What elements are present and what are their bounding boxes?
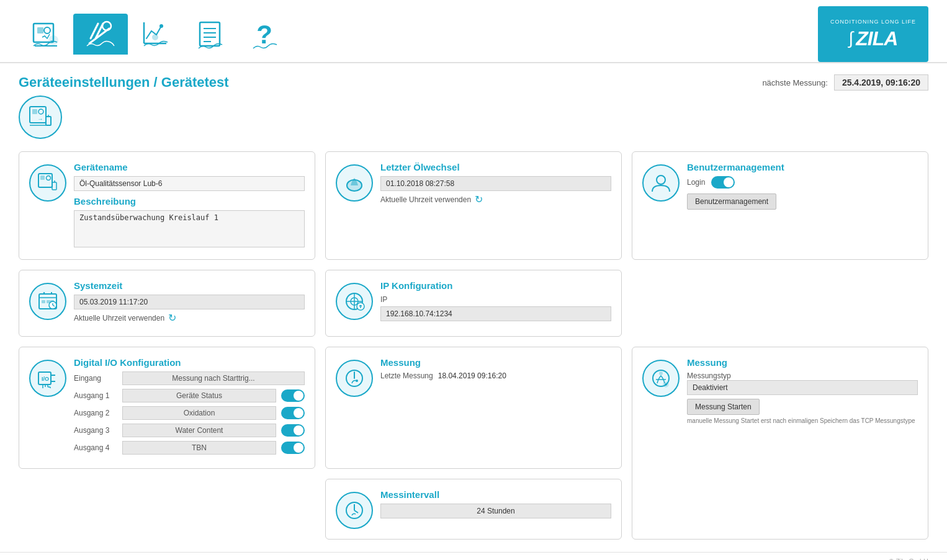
svg-rect-39: [42, 300, 45, 303]
card-benutzer-icon: [642, 164, 680, 202]
card-messung-icon-area: [336, 357, 373, 458]
benutzermanagement-button[interactable]: Benutzermanagement: [687, 193, 776, 210]
card-messung2-body: Messung Messungstyp Deaktiviert Messung …: [687, 357, 918, 529]
login-toggle[interactable]: [711, 176, 735, 189]
messung-letzte-value: 18.04.2019 09:16:20: [438, 371, 506, 380]
nav-item-list[interactable]: [182, 14, 237, 55]
nav-item-help[interactable]: ?: [237, 14, 292, 55]
messung-note: manuelle Messung Startet erst nach einma…: [687, 417, 918, 424]
card-io-icon-area: I/O: [29, 357, 66, 458]
ip-label: IP: [380, 295, 387, 304]
interval-svg-icon: [343, 499, 366, 522]
card-messung2-icon-area: [642, 357, 680, 529]
card-oel-icon-area: [336, 162, 373, 249]
messung-svg-icon: [343, 367, 366, 389]
card-interval-icon-area: [336, 489, 373, 529]
card-interval-body: Messintervall 24 Stunden: [380, 489, 611, 529]
svg-point-22: [38, 109, 43, 114]
io-ausgang3-label: Ausgang 3: [74, 426, 117, 435]
card-ip-body: IP Konfiguration IP 192.168.10.74:1234: [380, 280, 611, 326]
login-label: Login: [687, 178, 705, 187]
interval-value[interactable]: 24 Stunden: [380, 504, 611, 518]
svg-rect-30: [52, 182, 56, 190]
io-ausgang1-row: Ausgang 1 Geräte Status: [74, 389, 305, 402]
io-ausgang1-toggle[interactable]: [281, 389, 305, 402]
svg-point-29: [47, 176, 51, 180]
next-measurement-label: nächste Messung:: [762, 78, 828, 87]
nav-item-tools[interactable]: [73, 14, 128, 55]
card-geraetename: Gerätename Öl-Qualitätssensor Lub-6 Besc…: [19, 151, 315, 260]
io-ausgang3-value[interactable]: Water Content: [122, 424, 276, 437]
io-ausgang2-toggle[interactable]: [281, 407, 305, 419]
card-ip-title: IP Konfiguration: [380, 280, 611, 291]
io-ausgang2-value[interactable]: Oxidation: [122, 406, 276, 420]
io-ausgang1-value[interactable]: Geräte Status: [122, 389, 276, 402]
card-systemzeit-icon-area: [29, 280, 66, 326]
chart-icon: [139, 19, 171, 51]
svg-rect-28: [40, 176, 45, 180]
io-eingang-label: Eingang: [74, 374, 117, 383]
header: →: [0, 0, 947, 63]
logo-slash: ∫: [849, 29, 854, 48]
card-systemzeit-title: Systemzeit: [74, 280, 305, 291]
svg-point-2: [44, 27, 50, 33]
oel-refresh-icon[interactable]: ↻: [475, 193, 483, 205]
io-ausgang3-toggle[interactable]: [281, 424, 305, 437]
card-benutzer-title: Benutzermanagement: [687, 162, 918, 172]
systemzeit-datetime[interactable]: 05.03.2019 11:17:20: [74, 295, 305, 309]
card-digital-io: I/O Digital I/O Konfiguration Eingang: [19, 347, 315, 469]
messungstyp-value[interactable]: Deaktiviert: [687, 380, 918, 395]
io-ausgang4-label: Ausgang 4: [74, 443, 117, 452]
card-ip: IP Konfiguration IP 192.168.10.74:1234: [325, 270, 622, 337]
card-messung2: Messung Messungstyp Deaktiviert Messung …: [632, 347, 928, 540]
next-measurement-area: nächste Messung: 25.4.2019, 09:16:20: [762, 74, 928, 91]
device-icon-area: →: [0, 96, 947, 145]
oel-datetime[interactable]: 01.10.2018 08:27:58: [380, 176, 611, 191]
logo-area: CONDITIONING LONG LIFE ∫ ZILA: [818, 6, 928, 62]
io-ausgang4-value[interactable]: TBN: [122, 441, 276, 455]
card-benutzermanagement: Benutzermanagement Login Benutzermanagem…: [632, 151, 928, 260]
nav-item-device[interactable]: →: [19, 14, 73, 55]
device-icon-circle[interactable]: →: [19, 96, 62, 139]
beschreibung-textarea[interactable]: Zustandsüberwachung Kreislauf 1: [74, 210, 305, 247]
card-oel-body: Letzter Ölwechsel 01.10.2018 08:27:58 Ak…: [380, 162, 611, 249]
messung-letzte-row: Letzte Messung 18.04.2019 09:16:20: [380, 371, 611, 380]
systemzeit-refresh-row: Aktuelle Uhrzeit verwenden ↻: [74, 312, 305, 324]
card-systemzeit: Systemzeit 05.03.2019 11:17:20 Aktuelle …: [19, 270, 315, 337]
svg-point-13: [152, 34, 158, 40]
card-io-title: Digital I/O Konfiguration: [74, 357, 305, 368]
svg-text:→: →: [49, 37, 55, 43]
io-ausgang4-row: Ausgang 4 TBN: [74, 441, 305, 455]
io-ausgang4-toggle[interactable]: [281, 442, 305, 454]
card-io-icon: I/O: [29, 360, 66, 397]
io-ausgang1-label: Ausgang 1: [74, 391, 117, 400]
systemzeit-refresh-label: Aktuelle Uhrzeit verwenden: [74, 314, 164, 322]
svg-point-12: [159, 24, 163, 28]
svg-rect-21: [32, 109, 37, 114]
card-ip-icon-area: [336, 280, 373, 326]
card-oel-icon: [336, 164, 373, 202]
messung-starten-button[interactable]: Messung Starten: [687, 399, 760, 415]
ip-value[interactable]: 192.168.10.74:1234: [380, 306, 611, 321]
device-main-icon: →: [27, 104, 53, 130]
systemzeit-svg-icon: [37, 290, 59, 313]
tools-icon: [84, 19, 117, 51]
logo-name: ZILA: [856, 27, 897, 50]
messung2-svg-icon: [650, 367, 672, 389]
card-messung-title: Messung: [380, 357, 611, 368]
nav-item-chart[interactable]: [128, 14, 182, 55]
card-systemzeit-body: Systemzeit 05.03.2019 11:17:20 Aktuelle …: [74, 280, 305, 326]
nav-bar: →: [19, 14, 292, 55]
login-row: Login: [687, 176, 918, 189]
io-eingang-value[interactable]: Messung nach Starttrig...: [122, 371, 305, 385]
svg-text:→: →: [38, 116, 43, 122]
systemzeit-refresh-icon[interactable]: ↻: [168, 312, 176, 324]
page-header: Geräteeinstellungen / Gerätetest nächste…: [0, 63, 947, 96]
card-messintervall: Messintervall 24 Stunden: [325, 479, 622, 540]
io-ausgang3-row: Ausgang 3 Water Content: [74, 424, 305, 437]
svg-text:I/O: I/O: [42, 376, 49, 382]
card-geraet-icon: [29, 164, 66, 202]
geraetename-value[interactable]: Öl-Qualitätssensor Lub-6: [74, 176, 305, 191]
benutzer-svg-icon: [650, 172, 672, 194]
card-systemzeit-icon: [29, 283, 66, 320]
